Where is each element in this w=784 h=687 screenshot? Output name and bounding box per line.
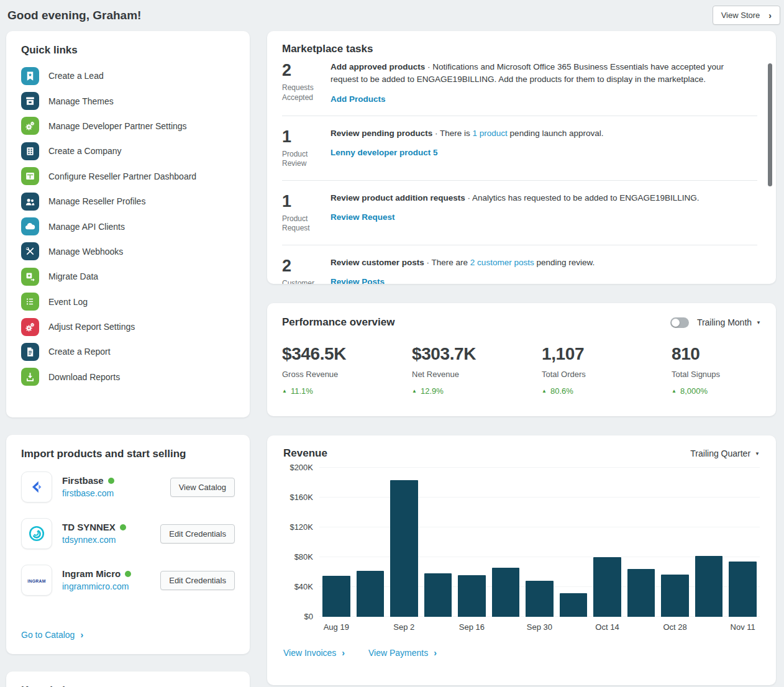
metric-value: $303.7K	[412, 344, 542, 364]
bar-slot	[624, 468, 659, 617]
quick-link-event-log[interactable]: Event Log	[21, 289, 235, 314]
edit-credentials-button[interactable]: Edit Credentials	[160, 571, 235, 590]
link-label: View Payments	[368, 648, 428, 658]
metric-value: 1,107	[542, 344, 672, 364]
quick-links-title: Quick links	[21, 43, 235, 57]
knowledge-center-title: Knowledge center	[21, 684, 235, 687]
add-products-link[interactable]: Add Products	[330, 94, 386, 104]
view-store-button[interactable]: View Store ›	[713, 6, 780, 25]
top-bar: Good evening, Graham! View Store ›	[0, 0, 784, 31]
bar-slot	[319, 468, 353, 617]
1-product-link[interactable]: 1 product	[473, 129, 508, 138]
status-dot-icon	[125, 571, 131, 577]
quick-link-create-a-lead[interactable]: Create a Lead	[21, 63, 235, 88]
performance-period-dropdown[interactable]: Trailing Month ▼	[697, 317, 761, 327]
metric-total-orders: 1,107Total Orders▲80.6%	[542, 344, 672, 396]
revenue-title: Revenue	[283, 447, 327, 460]
caret-down-icon: ▼	[755, 451, 760, 457]
quick-link-download-reports[interactable]: Download Reports	[21, 365, 235, 389]
view-invoices-link[interactable]: View Invoices›	[283, 648, 345, 658]
task-row-review-pending-products: 1Product ReviewReview pending products ·…	[282, 127, 776, 169]
x-axis-tick-label: Sep 30	[522, 622, 557, 632]
task-description: pending launch approval.	[508, 129, 604, 138]
review-request-link[interactable]: Review Request	[330, 212, 395, 222]
2-customer-posts-link[interactable]: 2 customer posts	[470, 258, 534, 267]
quick-link-manage-reseller-profiles[interactable]: Manage Reseller Profiles	[21, 189, 235, 214]
vendor-domain-link[interactable]: ingrammicro.com	[62, 581, 129, 591]
quick-link-create-a-report[interactable]: Create a Report	[21, 339, 235, 364]
y-axis-tick-label: $200K	[281, 463, 313, 472]
bar-slot	[658, 468, 692, 617]
revenue-bar-sep-30	[526, 581, 554, 617]
metric-value: $346.5K	[282, 344, 412, 364]
task-row-review-customer-posts: 2Customer PostsReview customer posts · T…	[282, 257, 776, 284]
task-count-column: 1Product Request	[282, 192, 330, 234]
people-icon	[21, 193, 39, 211]
vendor-info: Ingram Microingrammicro.com	[62, 568, 131, 592]
task-count-label: Requests Accepted	[282, 83, 321, 102]
task-row-add-approved-products: 2Requests AcceptedAdd approved products …	[282, 61, 776, 104]
quick-link-manage-themes[interactable]: Manage Themes	[21, 88, 235, 113]
task-count: 1	[282, 127, 330, 147]
x-axis-tick-label: Sep 16	[455, 622, 489, 632]
view-payments-link[interactable]: View Payments›	[368, 648, 437, 658]
lenny-developer-product-5-link[interactable]: Lenny developer product 5	[330, 148, 438, 157]
task-title: Review pending products	[330, 129, 432, 138]
edit-credentials-button[interactable]: Edit Credentials	[160, 524, 235, 544]
chevron-right-icon: ›	[80, 630, 83, 639]
quick-link-label: Manage Themes	[48, 96, 114, 106]
bar-slot	[387, 468, 421, 617]
task-count: 2	[282, 257, 330, 276]
task-description: · There is	[432, 129, 472, 138]
quick-link-manage-developer-partner-settings[interactable]: Manage Developer Partner Settings	[21, 114, 235, 139]
status-dot-icon	[120, 524, 126, 530]
task-count-column: 2Requests Accepted	[282, 61, 330, 104]
revenue-bar-sep-2	[390, 480, 418, 617]
view-catalog-button[interactable]: View Catalog	[170, 478, 235, 497]
go-to-catalog-link[interactable]: Go to Catalog ›	[21, 630, 83, 640]
performance-controls: Trailing Month ▼	[670, 317, 761, 328]
building-icon	[21, 142, 39, 160]
quick-link-label: Manage Developer Partner Settings	[48, 121, 187, 131]
performance-overview-card: Performance overview Trailing Month ▼ $3…	[267, 303, 776, 416]
quick-link-adjust-report-settings[interactable]: Adjust Report Settings	[21, 314, 235, 339]
task-title: Review customer posts	[330, 258, 424, 267]
revenue-period-dropdown[interactable]: Trailing Quarter ▼	[690, 448, 760, 458]
metrics-row: $346.5KGross Revenue▲11.1%$303.7KNet Rev…	[282, 344, 761, 396]
performance-compare-toggle[interactable]	[670, 317, 689, 328]
revenue-bar-oct-28	[661, 575, 689, 617]
vendor-name: Firstbase	[62, 475, 114, 486]
task-row-review-product-addition-requests: 1Product RequestReview product addition …	[282, 192, 776, 234]
y-axis-tick-label: $160K	[281, 493, 313, 502]
quick-link-configure-reseller-partner-dashboard[interactable]: Configure Reseller Partner Dashboard	[21, 164, 235, 189]
bar-slot	[489, 468, 523, 617]
revenue-bar-sep-16	[458, 575, 486, 617]
go-to-catalog-label: Go to Catalog	[21, 630, 75, 640]
storefront-icon	[21, 92, 39, 110]
marketplace-tasks-card: Marketplace tasks 2Requests AcceptedAdd …	[267, 31, 776, 284]
metric-delta: ▲80.6%	[542, 386, 672, 396]
cloud-icon	[21, 217, 39, 235]
y-axis-tick-label: $40K	[281, 582, 313, 591]
review-posts-link[interactable]: Review Posts	[330, 277, 385, 284]
metric-label: Net Revenue	[412, 370, 542, 379]
quick-link-label: Manage API Clients	[48, 222, 125, 232]
task-count: 2	[282, 61, 330, 80]
vendor-domain-link[interactable]: firstbase.com	[62, 488, 114, 498]
quick-link-create-a-company[interactable]: Create a Company	[21, 139, 235, 163]
quick-link-label: Event Log	[48, 297, 88, 307]
task-description: · There are	[424, 258, 470, 267]
up-arrow-icon: ▲	[282, 389, 287, 394]
quick-link-manage-webhooks[interactable]: Manage Webhooks	[21, 239, 235, 264]
performance-period-label: Trailing Month	[697, 317, 752, 327]
bookmark-star-icon	[21, 67, 39, 85]
quick-link-label: Configure Reseller Partner Dashboard	[48, 171, 196, 181]
quick-link-migrate-data[interactable]: Migrate Data	[21, 264, 235, 289]
tasks-scrollbar-thumb[interactable]	[768, 63, 772, 186]
revenue-bar-oct-14	[593, 557, 621, 617]
vendor-info: TD SYNNEXtdsynnex.com	[62, 522, 126, 545]
vendor-domain-link[interactable]: tdsynnex.com	[62, 535, 116, 545]
task-description: · Analytics has requested to be added to…	[465, 193, 700, 202]
quick-link-manage-api-clients[interactable]: Manage API Clients	[21, 214, 235, 239]
revenue-links: View Invoices›View Payments›	[283, 648, 760, 658]
